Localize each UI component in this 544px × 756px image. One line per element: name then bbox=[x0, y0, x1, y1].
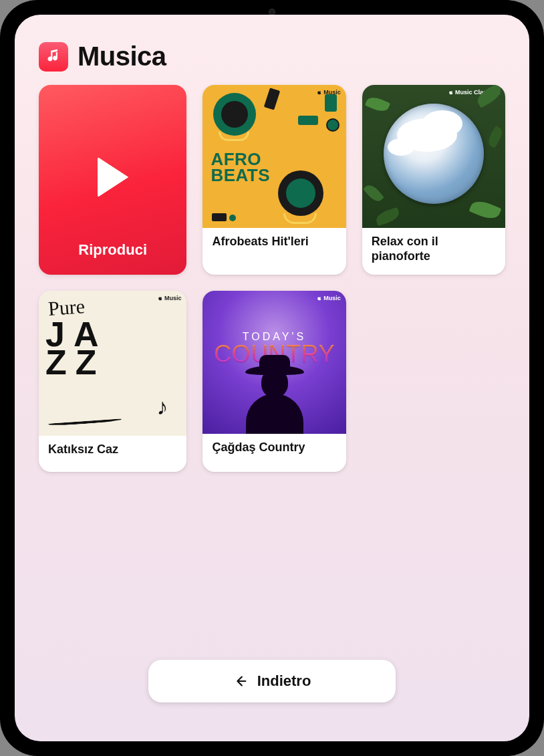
music-note-icon bbox=[45, 48, 62, 66]
footer: Indietro bbox=[39, 660, 505, 717]
arrow-left-icon bbox=[233, 674, 248, 688]
playlist-tile-pure-jazz[interactable]: Music Pure JA ZZ ♪ Katıksız Caz bbox=[39, 291, 186, 472]
playlist-art-country: Music TODAY'S COUNTRY bbox=[202, 291, 346, 434]
app-screen: Musica Riproduci Music bbox=[15, 15, 529, 741]
playlist-grid: Riproduci Music AFROBEATS bbox=[39, 85, 505, 472]
playlist-title: Relax con il pianoforte bbox=[362, 228, 505, 273]
playlist-title: Afrobeats Hit'leri bbox=[202, 228, 346, 264]
brand-label: Music bbox=[164, 295, 182, 301]
music-note-icon: ♪ bbox=[156, 394, 168, 420]
playlist-title: Katıksız Caz bbox=[39, 436, 186, 472]
apple-logo-icon bbox=[317, 90, 322, 95]
apple-logo-icon bbox=[158, 295, 163, 301]
playlist-title: Çağdaş Country bbox=[202, 434, 346, 470]
playlist-art-afrobeats: Music AFROBEATS bbox=[202, 85, 346, 228]
back-button[interactable]: Indietro bbox=[148, 660, 396, 703]
playlist-tile-todays-country[interactable]: Music TODAY'S COUNTRY Çağdaş Country bbox=[202, 291, 346, 472]
cover-art-text: AFROBEATS bbox=[211, 152, 270, 184]
play-icon bbox=[98, 157, 128, 197]
brand-label: Music bbox=[323, 295, 341, 301]
ipad-device-frame: Musica Riproduci Music bbox=[0, 0, 544, 756]
page-title: Musica bbox=[78, 41, 166, 72]
back-button-label: Indietro bbox=[257, 672, 311, 690]
mirror-sky-art bbox=[384, 104, 484, 204]
playlist-art-relax: Music Classical bbox=[362, 85, 505, 228]
playlist-tile-afrobeats[interactable]: Music AFROBEATS Afrobeats Hit'leri bbox=[202, 85, 346, 275]
app-header: Musica bbox=[39, 41, 505, 72]
apple-logo-icon bbox=[317, 295, 322, 301]
cover-art-text: JA ZZ bbox=[45, 320, 98, 377]
playlist-art-jazz: Music Pure JA ZZ ♪ bbox=[39, 291, 186, 436]
cowboy-silhouette bbox=[228, 354, 321, 434]
apple-music-badge: Music bbox=[317, 295, 341, 301]
music-app-icon bbox=[39, 42, 68, 72]
play-all-tile[interactable]: Riproduci bbox=[39, 85, 186, 275]
play-tile-label: Riproduci bbox=[78, 241, 147, 259]
apple-logo-icon bbox=[448, 90, 454, 95]
apple-music-badge: Music bbox=[158, 295, 182, 301]
playlist-tile-relax-piano[interactable]: Music Classical Relax con il pianoforte bbox=[362, 85, 505, 275]
